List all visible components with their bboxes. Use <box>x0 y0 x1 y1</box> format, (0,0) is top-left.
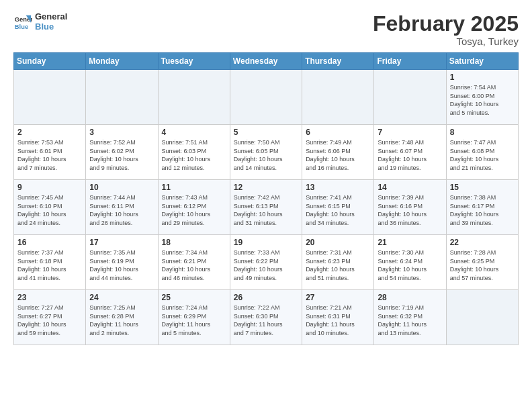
day-cell: 9Sunrise: 7:45 AM Sunset: 6:10 PM Daylig… <box>14 180 86 235</box>
day-number: 1 <box>450 73 515 82</box>
day-info: Sunrise: 7:44 AM Sunset: 6:11 PM Dayligh… <box>89 193 154 227</box>
day-info: Sunrise: 7:28 AM Sunset: 6:25 PM Dayligh… <box>450 248 515 282</box>
day-cell: 24Sunrise: 7:25 AM Sunset: 6:28 PM Dayli… <box>86 290 158 345</box>
day-cell: 13Sunrise: 7:41 AM Sunset: 6:15 PM Dayli… <box>302 180 374 235</box>
day-cell: 3Sunrise: 7:52 AM Sunset: 6:02 PM Daylig… <box>86 125 158 180</box>
day-info: Sunrise: 7:19 AM Sunset: 6:32 PM Dayligh… <box>378 304 442 337</box>
day-cell: 27Sunrise: 7:21 AM Sunset: 6:31 PM Dayli… <box>302 290 374 345</box>
day-cell: 21Sunrise: 7:30 AM Sunset: 6:24 PM Dayli… <box>374 235 446 290</box>
day-cell <box>374 70 446 125</box>
svg-text:Blue: Blue <box>15 24 28 30</box>
day-info: Sunrise: 7:22 AM Sunset: 6:30 PM Dayligh… <box>234 304 298 337</box>
day-number: 6 <box>306 128 370 137</box>
day-cell: 11Sunrise: 7:43 AM Sunset: 6:12 PM Dayli… <box>158 180 230 235</box>
day-cell: 4Sunrise: 7:51 AM Sunset: 6:03 PM Daylig… <box>158 125 230 180</box>
day-info: Sunrise: 7:25 AM Sunset: 6:28 PM Dayligh… <box>89 304 154 337</box>
day-number: 22 <box>450 238 515 247</box>
day-info: Sunrise: 7:31 AM Sunset: 6:23 PM Dayligh… <box>306 248 370 282</box>
day-info: Sunrise: 7:53 AM Sunset: 6:01 PM Dayligh… <box>17 138 82 172</box>
header-cell-wednesday: Wednesday <box>230 53 302 70</box>
day-info: Sunrise: 7:49 AM Sunset: 6:06 PM Dayligh… <box>306 138 370 172</box>
day-number: 3 <box>89 128 154 137</box>
day-number: 24 <box>89 293 154 302</box>
day-number: 9 <box>17 183 82 192</box>
day-cell: 23Sunrise: 7:27 AM Sunset: 6:27 PM Dayli… <box>14 290 86 345</box>
day-number: 20 <box>306 238 370 247</box>
day-number: 12 <box>234 183 298 192</box>
calendar-body: 1Sunrise: 7:54 AM Sunset: 6:00 PM Daylig… <box>14 70 519 345</box>
day-cell: 7Sunrise: 7:48 AM Sunset: 6:07 PM Daylig… <box>374 125 446 180</box>
day-info: Sunrise: 7:21 AM Sunset: 6:31 PM Dayligh… <box>306 304 370 337</box>
day-cell: 25Sunrise: 7:24 AM Sunset: 6:29 PM Dayli… <box>158 290 230 345</box>
day-info: Sunrise: 7:38 AM Sunset: 6:17 PM Dayligh… <box>450 193 515 227</box>
header-cell-tuesday: Tuesday <box>158 53 230 70</box>
day-cell: 18Sunrise: 7:34 AM Sunset: 6:21 PM Dayli… <box>158 235 230 290</box>
logo-line1: General <box>35 12 67 22</box>
header-row: SundayMondayTuesdayWednesdayThursdayFrid… <box>14 53 519 70</box>
day-cell: 22Sunrise: 7:28 AM Sunset: 6:25 PM Dayli… <box>446 235 518 290</box>
day-cell: 10Sunrise: 7:44 AM Sunset: 6:11 PM Dayli… <box>86 180 158 235</box>
day-cell: 5Sunrise: 7:50 AM Sunset: 6:05 PM Daylig… <box>230 125 302 180</box>
day-number: 15 <box>450 183 515 192</box>
day-cell: 19Sunrise: 7:33 AM Sunset: 6:22 PM Dayli… <box>230 235 302 290</box>
week-row-3: 9Sunrise: 7:45 AM Sunset: 6:10 PM Daylig… <box>14 180 519 235</box>
day-number: 4 <box>162 128 226 137</box>
logo-line2: Blue <box>35 22 67 32</box>
week-row-4: 16Sunrise: 7:37 AM Sunset: 6:18 PM Dayli… <box>14 235 519 290</box>
day-cell: 14Sunrise: 7:39 AM Sunset: 6:16 PM Dayli… <box>374 180 446 235</box>
day-number: 23 <box>17 293 82 302</box>
calendar-title: February 2025 <box>373 12 519 36</box>
day-number: 16 <box>17 238 82 247</box>
title-block: February 2025 Tosya, Turkey <box>373 12 519 47</box>
day-cell <box>86 70 158 125</box>
day-cell <box>446 290 518 345</box>
day-number: 18 <box>162 238 226 247</box>
day-cell: 1Sunrise: 7:54 AM Sunset: 6:00 PM Daylig… <box>446 70 518 125</box>
day-cell: 26Sunrise: 7:22 AM Sunset: 6:30 PM Dayli… <box>230 290 302 345</box>
day-info: Sunrise: 7:34 AM Sunset: 6:21 PM Dayligh… <box>162 248 226 282</box>
day-cell <box>230 70 302 125</box>
day-cell: 8Sunrise: 7:47 AM Sunset: 6:08 PM Daylig… <box>446 125 518 180</box>
day-number: 19 <box>234 238 298 247</box>
day-info: Sunrise: 7:35 AM Sunset: 6:19 PM Dayligh… <box>89 248 154 282</box>
day-cell <box>158 70 230 125</box>
day-info: Sunrise: 7:50 AM Sunset: 6:05 PM Dayligh… <box>234 138 298 172</box>
day-cell: 28Sunrise: 7:19 AM Sunset: 6:32 PM Dayli… <box>374 290 446 345</box>
day-cell <box>302 70 374 125</box>
week-row-5: 23Sunrise: 7:27 AM Sunset: 6:27 PM Dayli… <box>14 290 519 345</box>
day-cell <box>14 70 86 125</box>
day-number: 28 <box>378 293 442 302</box>
calendar-table: SundayMondayTuesdayWednesdayThursdayFrid… <box>13 52 519 345</box>
calendar-subtitle: Tosya, Turkey <box>373 36 519 47</box>
day-info: Sunrise: 7:52 AM Sunset: 6:02 PM Dayligh… <box>89 138 154 172</box>
day-number: 8 <box>450 128 515 137</box>
day-info: Sunrise: 7:42 AM Sunset: 6:13 PM Dayligh… <box>234 193 298 227</box>
day-info: Sunrise: 7:39 AM Sunset: 6:16 PM Dayligh… <box>378 193 442 227</box>
week-row-1: 1Sunrise: 7:54 AM Sunset: 6:00 PM Daylig… <box>14 70 519 125</box>
day-info: Sunrise: 7:27 AM Sunset: 6:27 PM Dayligh… <box>17 304 82 337</box>
header-cell-friday: Friday <box>374 53 446 70</box>
calendar-header: SundayMondayTuesdayWednesdayThursdayFrid… <box>14 53 519 70</box>
day-info: Sunrise: 7:41 AM Sunset: 6:15 PM Dayligh… <box>306 193 370 227</box>
day-info: Sunrise: 7:43 AM Sunset: 6:12 PM Dayligh… <box>162 193 226 227</box>
day-info: Sunrise: 7:37 AM Sunset: 6:18 PM Dayligh… <box>17 248 82 282</box>
day-cell: 2Sunrise: 7:53 AM Sunset: 6:01 PM Daylig… <box>14 125 86 180</box>
day-info: Sunrise: 7:30 AM Sunset: 6:24 PM Dayligh… <box>378 248 442 282</box>
logo: General Blue General Blue <box>13 12 67 32</box>
day-info: Sunrise: 7:33 AM Sunset: 6:22 PM Dayligh… <box>234 248 298 282</box>
day-number: 14 <box>378 183 442 192</box>
header-cell-sunday: Sunday <box>14 53 86 70</box>
day-number: 5 <box>234 128 298 137</box>
header-cell-monday: Monday <box>86 53 158 70</box>
day-number: 25 <box>162 293 226 302</box>
header-cell-thursday: Thursday <box>302 53 374 70</box>
day-cell: 6Sunrise: 7:49 AM Sunset: 6:06 PM Daylig… <box>302 125 374 180</box>
day-cell: 20Sunrise: 7:31 AM Sunset: 6:23 PM Dayli… <box>302 235 374 290</box>
week-row-2: 2Sunrise: 7:53 AM Sunset: 6:01 PM Daylig… <box>14 125 519 180</box>
day-number: 17 <box>89 238 154 247</box>
logo-icon: General Blue <box>13 13 32 32</box>
day-cell: 16Sunrise: 7:37 AM Sunset: 6:18 PM Dayli… <box>14 235 86 290</box>
day-cell: 17Sunrise: 7:35 AM Sunset: 6:19 PM Dayli… <box>86 235 158 290</box>
day-info: Sunrise: 7:24 AM Sunset: 6:29 PM Dayligh… <box>162 304 226 337</box>
day-number: 2 <box>17 128 82 137</box>
